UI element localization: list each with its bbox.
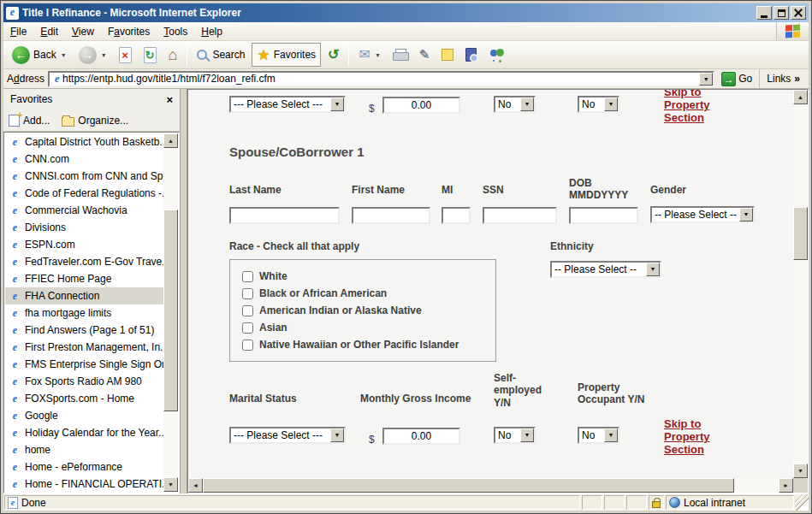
toolbar-separator	[348, 44, 349, 66]
discuss-button[interactable]	[436, 43, 459, 67]
scroll-down-icon[interactable]: ▼	[163, 477, 178, 492]
favorites-item[interactable]: eFOXSports.com - Home	[5, 390, 163, 407]
self-employed-select[interactable]: No▼	[494, 427, 536, 444]
favorites-button[interactable]: ★ Favorites	[252, 43, 321, 67]
go-label: Go	[738, 73, 752, 85]
address-input[interactable]: e https://entp.hud.gov/title1/html/f72lo…	[48, 71, 714, 87]
mail-dropdown-icon[interactable]: ▼	[375, 52, 381, 58]
monthly-income-input-top[interactable]	[382, 97, 460, 114]
favorites-close-icon[interactable]: ×	[166, 94, 173, 105]
home-button[interactable]: ⌂	[163, 43, 183, 67]
last-name-input[interactable]	[229, 207, 340, 224]
race-checkbox[interactable]	[242, 340, 253, 351]
property-occupant-select-top[interactable]: No▼	[578, 96, 619, 113]
favorites-item[interactable]: ehome	[5, 441, 163, 458]
add-favorite-button[interactable]: Add...	[9, 115, 50, 127]
race-checkbox[interactable]	[242, 271, 253, 282]
scroll-up-icon[interactable]: ▲	[793, 90, 808, 104]
monthly-income-input[interactable]	[382, 428, 460, 445]
favorites-scrollbar-thumb[interactable]	[163, 210, 178, 411]
skip-to-property-link[interactable]: Skip to Property Section	[664, 418, 717, 457]
favorites-item[interactable]: eFirst Preston Management, In...	[5, 339, 163, 356]
go-button[interactable]: → Go	[718, 72, 756, 86]
back-dropdown-icon[interactable]: ▼	[61, 52, 67, 58]
favorites-item[interactable]: eESPN.com	[5, 236, 163, 253]
print-button[interactable]	[388, 43, 412, 67]
edit-button[interactable]: ✎	[414, 43, 436, 67]
mi-input[interactable]	[442, 207, 471, 224]
favorites-item[interactable]: efha mortgage limits	[5, 304, 163, 322]
favorites-item[interactable]: eFind Answers (Page 1 of 51)	[5, 322, 163, 339]
research-button[interactable]	[460, 43, 482, 67]
content-horizontal-scrollbar[interactable]: ◄ ►	[188, 478, 793, 493]
favorites-scrollbar[interactable]: ▲ ▼	[163, 133, 178, 492]
history-button[interactable]: ↺	[323, 43, 344, 67]
stop-button[interactable]: ×	[114, 43, 137, 67]
favorites-item[interactable]: eGoogle	[5, 407, 163, 424]
favorites-item[interactable]: eCommercial Wachovia	[5, 202, 163, 219]
skip-to-property-link-top[interactable]: Skip to Property Section	[664, 90, 717, 125]
maximize-button[interactable]	[773, 6, 789, 20]
favorites-item[interactable]: eDivisions	[5, 219, 163, 236]
vertical-scrollbar-thumb[interactable]	[793, 207, 808, 260]
links-toolbar[interactable]: Links »	[759, 69, 805, 88]
refresh-button[interactable]: ↻	[139, 43, 162, 67]
scroll-right-icon[interactable]: ►	[779, 478, 793, 493]
dob-input[interactable]	[569, 207, 638, 224]
property-occupant-select[interactable]: No▼	[578, 427, 619, 444]
favorites-item[interactable]: eHoliday Calendar for the Year...	[5, 424, 163, 441]
menu-favorites[interactable]: Favorites	[101, 23, 157, 40]
favorites-item[interactable]: eHome - FINANCIAL OPERATI...	[5, 476, 163, 492]
favorites-item[interactable]: eFox Sports Radio AM 980	[5, 373, 163, 390]
race-option-pacific-islander[interactable]: Native Hawaiian or Other Pacific Islande…	[242, 339, 459, 351]
race-option-black[interactable]: Black or African American	[242, 287, 387, 299]
address-dropdown-icon[interactable]: ▼	[699, 73, 713, 86]
ssn-input[interactable]	[483, 207, 557, 224]
content-vertical-scrollbar[interactable]: ▲ ▼	[793, 90, 808, 478]
address-url[interactable]: https://entp.hud.gov/title1/html/f72loan…	[62, 73, 699, 85]
close-button[interactable]	[791, 6, 806, 20]
self-employed-label: Self-employed Y/N	[494, 372, 550, 409]
forward-button[interactable]: → ▼	[74, 43, 112, 67]
self-employed-select-top[interactable]: No▼	[494, 96, 536, 113]
gender-select[interactable]: -- Please Select --▼	[650, 206, 755, 223]
scroll-left-icon[interactable]: ◄	[188, 478, 203, 493]
favorites-item[interactable]: eCapital District Youth Basketb...	[5, 133, 163, 151]
first-name-input[interactable]	[352, 207, 430, 224]
horizontal-scrollbar-thumb[interactable]	[203, 478, 734, 493]
marital-status-select[interactable]: --- Please Select ---▼	[229, 427, 346, 444]
resize-grip[interactable]	[795, 494, 809, 511]
menu-file[interactable]: File	[3, 23, 33, 40]
menu-help[interactable]: Help	[194, 23, 229, 40]
favorites-item[interactable]: eFMS Enterprise Single Sign On...	[5, 356, 163, 373]
favorites-item[interactable]: eCode of Federal Regulations -...	[5, 185, 163, 202]
marital-status-select-top[interactable]: --- Please Select ---▼	[229, 96, 346, 113]
menu-tools[interactable]: Tools	[157, 23, 194, 40]
menu-edit[interactable]: Edit	[33, 23, 65, 40]
organize-favorites-button[interactable]: Organize...	[62, 115, 128, 127]
race-checkbox[interactable]	[242, 322, 253, 334]
scroll-up-icon[interactable]: ▲	[163, 133, 178, 148]
race-option-white[interactable]: White	[242, 270, 287, 282]
sidebar-splitter[interactable]	[181, 89, 187, 493]
favorites-item[interactable]: eCNNSI.com from CNN and Sp...	[5, 168, 163, 185]
minimize-button[interactable]	[756, 6, 772, 20]
search-button[interactable]: Search	[192, 43, 250, 67]
favorites-item[interactable]: eCNN.com	[5, 151, 163, 168]
race-option-american-indian[interactable]: American Indian or Alaska Native	[242, 304, 422, 316]
race-checkbox[interactable]	[242, 305, 253, 316]
race-option-asian[interactable]: Asian	[242, 322, 287, 334]
scroll-down-icon[interactable]: ▼	[793, 464, 808, 478]
favorites-item-selected[interactable]: eFHA Connection	[5, 287, 163, 304]
ethnicity-select[interactable]: -- Please Select --▼	[550, 261, 661, 278]
back-button[interactable]: ← Back ▼	[7, 43, 72, 67]
mail-button[interactable]: ✉ ▼	[353, 43, 385, 67]
forward-dropdown-icon[interactable]: ▼	[101, 52, 107, 58]
race-checkbox[interactable]	[242, 288, 253, 299]
go-arrow-icon: →	[721, 72, 736, 86]
favorites-item[interactable]: eFedTraveler.com E-Gov Trave...	[5, 253, 163, 270]
favorites-item[interactable]: eFFIEC Home Page	[5, 270, 163, 287]
menu-view[interactable]: View	[65, 23, 101, 40]
favorites-item[interactable]: eHome - ePeformance	[5, 458, 163, 476]
messenger-button[interactable]	[483, 43, 511, 67]
